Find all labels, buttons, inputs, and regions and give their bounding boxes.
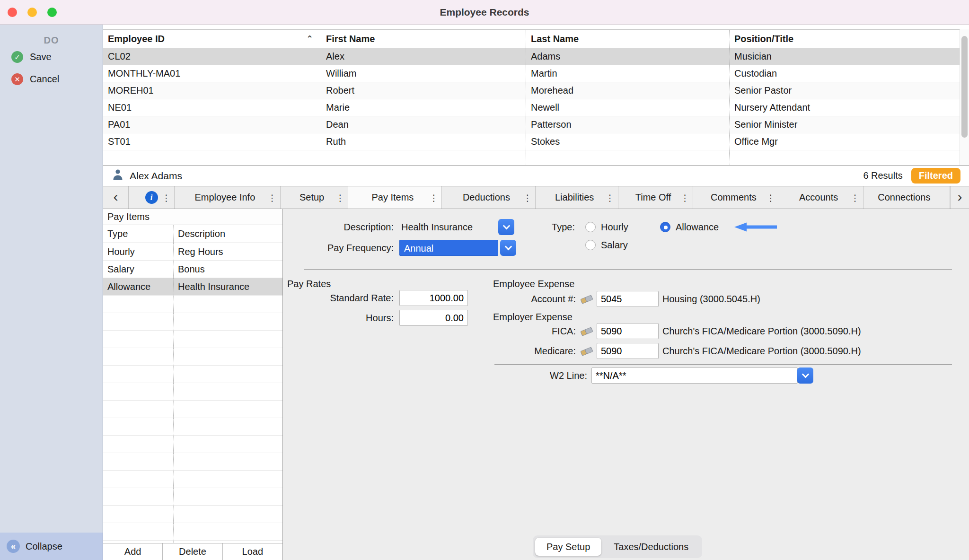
- tab-menu-icon[interactable]: ⋮: [162, 192, 171, 203]
- tab-menu-icon[interactable]: ⋮: [429, 192, 438, 203]
- window-title: Employee Records: [440, 7, 529, 18]
- column-header-position[interactable]: Position/Title: [729, 30, 960, 48]
- list-item[interactable]: Salary Bonus: [103, 261, 282, 278]
- tab-pay-items[interactable]: Pay Items ⋮: [348, 186, 442, 209]
- list-item-empty: [103, 401, 282, 418]
- tab-setup[interactable]: Setup ⋮: [281, 186, 349, 209]
- fica-lookup-icon[interactable]: [580, 325, 594, 338]
- list-item-empty: [103, 313, 282, 331]
- sort-ascending-icon: ⌃: [306, 34, 313, 44]
- filtered-badge[interactable]: Filtered: [911, 168, 960, 184]
- tab-menu-icon[interactable]: ⋮: [268, 192, 277, 203]
- w2-line-input[interactable]: [591, 368, 798, 384]
- tabs-scroll-right[interactable]: ›: [950, 186, 969, 209]
- save-button[interactable]: ✓ Save: [0, 46, 103, 68]
- tab-time-off[interactable]: Time Off ⋮: [618, 186, 694, 209]
- tab-info[interactable]: i ⋮: [129, 186, 175, 209]
- tabs-scroll-left[interactable]: ‹: [103, 186, 129, 209]
- medicare-input[interactable]: [597, 343, 659, 359]
- pay-item-detail-panel: Description: Health Insurance Pay Freque…: [283, 209, 969, 560]
- tab-pay-setup[interactable]: Pay Setup: [535, 538, 601, 556]
- column-header-last-name[interactable]: Last Name: [526, 30, 729, 48]
- tab-accounts[interactable]: Accounts ⋮: [779, 186, 863, 209]
- pay-frequency-field[interactable]: Annual: [399, 240, 498, 256]
- cell-employee-id: MONTHLY-MA01: [103, 65, 321, 82]
- radio-allowance[interactable]: [660, 222, 670, 232]
- cell-last-name: Patterson: [526, 116, 729, 133]
- radio-salary-label[interactable]: Salary: [601, 236, 628, 254]
- cell-first-name: Dean: [321, 116, 526, 133]
- cell-position: Musician: [729, 48, 960, 65]
- tab-taxes-deductions[interactable]: Taxes/Deductions: [602, 538, 700, 556]
- table-row[interactable]: MONTHLY-MA01 William Martin Custodian: [103, 65, 960, 82]
- cell-last-name: Adams: [526, 48, 729, 65]
- pay-frequency-dropdown-button[interactable]: [500, 240, 516, 256]
- table-row[interactable]: NE01 Marie Newell Nursery Attendant: [103, 99, 960, 116]
- column-header-description[interactable]: Description: [173, 225, 282, 243]
- standard-rate-input[interactable]: [399, 290, 468, 306]
- close-button[interactable]: [8, 8, 17, 17]
- fica-description: Church's FICA/Medicare Portion (3000.509…: [662, 323, 861, 340]
- minimize-button[interactable]: [27, 8, 37, 17]
- description-value: Health Insurance: [401, 219, 473, 236]
- hours-input[interactable]: [399, 310, 468, 326]
- pay-items-panel-title: Pay Items: [103, 209, 282, 225]
- add-button[interactable]: Add: [103, 543, 163, 560]
- column-header-type[interactable]: Type: [103, 225, 173, 243]
- load-button[interactable]: Load: [223, 543, 282, 560]
- medicare-lookup-icon[interactable]: [580, 345, 594, 358]
- tab-connections[interactable]: Connections: [863, 186, 950, 209]
- cancel-label: Cancel: [30, 74, 59, 85]
- delete-button[interactable]: Delete: [163, 543, 222, 560]
- table-row[interactable]: ST01 Ruth Stokes Office Mgr: [103, 133, 960, 150]
- table-row[interactable]: MOREH01 Robert Morehead Senior Pastor: [103, 82, 960, 99]
- cell-position: Office Mgr: [729, 133, 960, 150]
- tab-menu-icon[interactable]: ⋮: [851, 192, 860, 203]
- tab-menu-icon[interactable]: ⋮: [766, 192, 775, 203]
- cell-position: Nursery Attendant: [729, 99, 960, 116]
- cell-last-name: Stokes: [526, 133, 729, 150]
- table-row[interactable]: CL02 Alex Adams Musician: [103, 48, 960, 65]
- table-row[interactable]: PA01 Dean Patterson Senior Minister: [103, 116, 960, 133]
- type-label: Type:: [520, 219, 575, 236]
- employee-expense-title: Employee Expense: [493, 275, 574, 292]
- radio-salary[interactable]: [585, 240, 596, 250]
- tab-menu-icon[interactable]: ⋮: [680, 192, 689, 203]
- tab-deductions[interactable]: Deductions ⋮: [442, 186, 536, 209]
- tab-menu-icon[interactable]: ⋮: [335, 192, 344, 203]
- radio-hourly-label[interactable]: Hourly: [601, 219, 628, 236]
- tab-employee-info[interactable]: Employee Info ⋮: [175, 186, 281, 209]
- tab-liabilities[interactable]: Liabilities ⋮: [536, 186, 618, 209]
- cell-position: Senior Minister: [729, 116, 960, 133]
- chevron-down-icon: [504, 243, 512, 250]
- tab-menu-icon[interactable]: ⋮: [523, 192, 532, 203]
- collapse-button[interactable]: « Collapse: [0, 533, 103, 560]
- zoom-button[interactable]: [47, 8, 57, 17]
- account-number-input[interactable]: [597, 291, 659, 307]
- employee-table: Employee ID ⌃ First Name Last Name Posit…: [103, 25, 969, 166]
- pay-items-panel: Pay Items Type Description Hourly Reg Ho…: [103, 209, 283, 560]
- w2-line-dropdown-button[interactable]: [797, 368, 813, 384]
- pay-items-list: Hourly Reg Hours Salary Bonus Allowance …: [103, 243, 282, 543]
- column-header-first-name[interactable]: First Name: [321, 30, 526, 48]
- collapse-chevron-icon: «: [7, 540, 20, 553]
- hours-label: Hours:: [292, 309, 394, 326]
- radio-hourly[interactable]: [585, 222, 596, 232]
- description-dropdown-button[interactable]: [498, 219, 514, 235]
- list-item[interactable]: Allowance Health Insurance: [103, 278, 282, 296]
- radio-allowance-label[interactable]: Allowance: [676, 219, 719, 236]
- fica-input[interactable]: [597, 323, 659, 339]
- cancel-button[interactable]: ✕ Cancel: [0, 68, 103, 90]
- pay-frequency-label: Pay Frequency:: [292, 239, 394, 256]
- tab-comments[interactable]: Comments ⋮: [693, 186, 779, 209]
- tab-menu-icon[interactable]: ⋮: [606, 192, 615, 203]
- account-lookup-icon[interactable]: [580, 293, 594, 306]
- table-scrollbar-thumb[interactable]: [961, 36, 968, 138]
- cell-employee-id: NE01: [103, 99, 321, 116]
- info-icon: i: [145, 191, 158, 204]
- column-header-employee-id[interactable]: Employee ID ⌃: [103, 30, 321, 48]
- results-count: 6 Results: [863, 170, 902, 181]
- list-item[interactable]: Hourly Reg Hours: [103, 243, 282, 261]
- description-label: Description:: [292, 219, 394, 236]
- selected-record-name: Alex Adams: [130, 170, 182, 182]
